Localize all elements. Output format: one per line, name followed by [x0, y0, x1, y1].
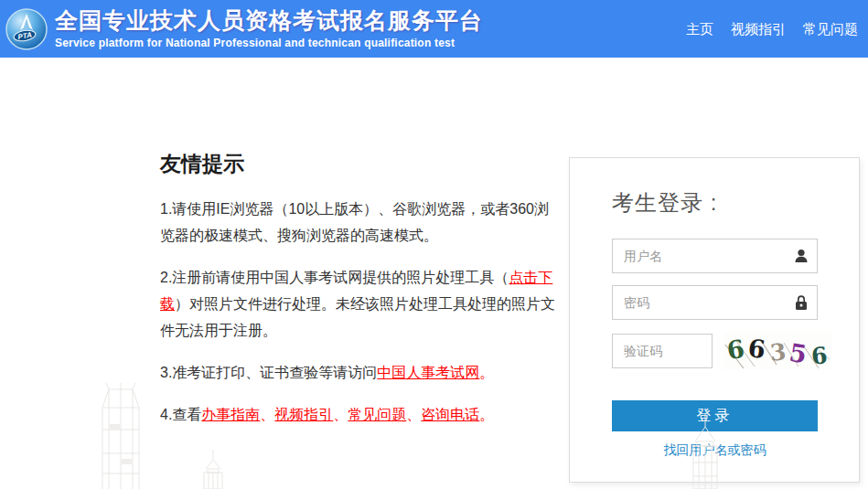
page-title: 全国专业技术人员资格考试报名服务平台	[55, 8, 483, 33]
username-input[interactable]	[612, 239, 818, 273]
cpta-site-link[interactable]: 中国人事考试网	[377, 365, 479, 380]
password-field-wrap	[612, 285, 818, 320]
captcha-input[interactable]	[612, 334, 713, 368]
phone-link[interactable]: 咨询电话	[421, 407, 479, 422]
faq-link[interactable]: 常见问题	[348, 407, 406, 422]
notice-item-1: 1.请使用IE浏览器（10以上版本）、谷歌浏览器，或者360浏览器的极速模式、搜…	[160, 196, 561, 249]
captcha-row: 6 6 3 5 6	[612, 332, 859, 370]
captcha-field-wrap	[612, 334, 713, 368]
forgot-credentials-link[interactable]: 找回用户名或密码	[612, 442, 818, 459]
video-guide-link[interactable]: 视频指引	[274, 407, 333, 422]
captcha-digits: 6 6 3 5 6	[727, 335, 827, 363]
username-field-wrap	[612, 239, 818, 273]
separator-2: 、	[333, 407, 348, 422]
notice-heading: 友情提示	[160, 150, 561, 178]
notice-item-1-text: 1.请使用IE浏览器（10以上版本）、谷歌浏览器，或者360浏览器的极速模式、搜…	[160, 201, 549, 243]
notice-item-3: 3.准考证打印、证书查验等请访问中国人事考试网。	[160, 359, 561, 386]
nav-video-guide-link[interactable]: 视频指引	[731, 21, 786, 38]
pta-logo-icon: PTA	[5, 7, 48, 51]
login-panel: 考生登录 :	[569, 157, 860, 483]
watermark-building-small	[199, 450, 227, 489]
header: PTA 全国专业技术人员资格考试报名服务平台 Service platform …	[0, 0, 868, 58]
nav-home-link[interactable]: 主页	[686, 21, 713, 38]
page-subtitle: Service platform for National Profession…	[55, 37, 483, 49]
notice-item-4-period: 。	[479, 407, 494, 422]
password-input[interactable]	[612, 285, 818, 320]
notice-item-2-text-after: ）对照片文件进行处理。未经该照片处理工具处理的照片文件无法用于注册。	[160, 296, 555, 338]
captcha-image[interactable]: 6 6 3 5 6	[723, 332, 831, 370]
captcha-digit: 6	[747, 334, 767, 364]
captcha-digit: 6	[809, 342, 828, 370]
captcha-digit: 6	[725, 335, 746, 366]
guide-link[interactable]: 办事指南	[201, 407, 260, 422]
captcha-digit: 3	[768, 338, 787, 366]
notice-item-4-prefix: 4.查看	[160, 407, 201, 422]
notice-item-4: 4.查看办事指南、视频指引、常见问题、咨询电话。	[160, 401, 561, 428]
separator-3: 、	[406, 407, 421, 422]
header-titles: 全国专业技术人员资格考试报名服务平台 Service platform for …	[55, 8, 483, 49]
notice-item-3-text: 3.准考证打印、证书查验等请访问	[160, 365, 377, 380]
page: { "header": { "logo_text": "PTA", "title…	[0, 0, 868, 489]
login-button[interactable]: 登录	[612, 400, 818, 431]
notice-section: 友情提示 1.请使用IE浏览器（10以上版本）、谷歌浏览器，或者360浏览器的极…	[160, 150, 561, 443]
notice-item-3-period: 。	[479, 365, 494, 380]
watermark-building-tall	[94, 382, 147, 489]
login-heading: 考生登录 :	[612, 188, 859, 218]
nav-faq-link[interactable]: 常见问题	[803, 21, 858, 38]
header-nav: 主页 视频指引 常见问题	[686, 21, 858, 38]
separator-1: 、	[260, 407, 274, 422]
notice-item-2-text: 2.注册前请使用中国人事考试网提供的照片处理工具（	[160, 270, 509, 285]
notice-item-2: 2.注册前请使用中国人事考试网提供的照片处理工具（点击下载）对照片文件进行处理。…	[160, 264, 561, 344]
